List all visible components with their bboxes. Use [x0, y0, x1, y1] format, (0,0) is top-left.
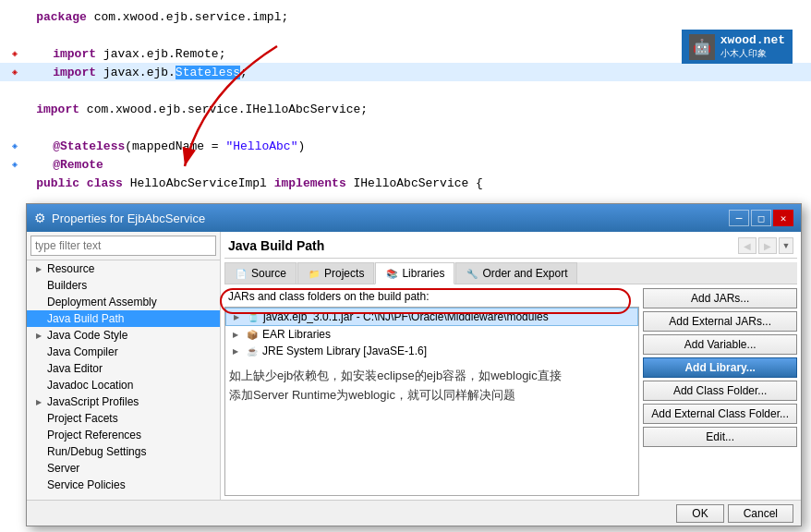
nav-item-java-editor[interactable]: Java Editor [27, 360, 220, 377]
libraries-tab-icon: 📚 [385, 267, 398, 280]
nav-item-builders[interactable]: Builders [27, 277, 220, 294]
dialog-title: Properties for EjbAbcService [52, 212, 205, 225]
ann-icon-2: ◈ [7, 157, 22, 172]
ok-button[interactable]: OK [676, 504, 723, 523]
add-class-folder-button[interactable]: Add Class Folder... [643, 381, 797, 401]
nav-item-java-compiler[interactable]: Java Compiler [27, 344, 220, 360]
logo-text: xwood.net [720, 33, 785, 47]
jar-item-ear-libraries[interactable]: ▶ 📦 EAR Libraries [225, 326, 638, 343]
nav-dropdown-button[interactable]: ▼ [779, 237, 793, 254]
dialog-titlebar: ⚙ Properties for EjbAbcService ─ □ ✕ [27, 204, 801, 232]
right-panel: Java Build Path ◀ ▶ ▼ 📄 Source 📁 Project… [221, 232, 801, 500]
nav-forward-button[interactable]: ▶ [758, 237, 777, 254]
logo-subtext: 小木人印象 [720, 47, 785, 60]
dialog-window-controls: ─ □ ✕ [729, 210, 793, 226]
nav-tree: Resource Builders Deployment Assembly Ja… [27, 260, 220, 500]
add-jars-button[interactable]: Add JARs... [643, 288, 797, 308]
tab-libraries-label: Libraries [402, 267, 444, 280]
nav-item-server[interactable]: Server [27, 460, 220, 477]
action-buttons: Add JARs... Add External JARs... Add Var… [643, 288, 797, 496]
maximize-button[interactable]: □ [751, 210, 771, 226]
gear-icon: ⚙ [34, 211, 46, 225]
projects-tab-icon: 📁 [308, 267, 321, 280]
content-label: JARs and class folders on the build path… [224, 288, 639, 305]
nav-item-java-code-style[interactable]: Java Code Style [27, 327, 220, 344]
nav-item-run-debug-settings[interactable]: Run/Debug Settings [27, 443, 220, 460]
code-line-5 [0, 81, 811, 100]
jar-icon-1: 🫙 [247, 310, 260, 323]
tab-order-export[interactable]: 🔧 Order and Export [455, 262, 577, 284]
chinese-line-1: 如上缺少ejb依赖包，如安装eclipse的ejb容器，如weblogic直接 [229, 367, 635, 386]
nav-back-button[interactable]: ◀ [738, 237, 757, 254]
code-line-6: import com.xwood.ejb.service.IHelloAbcSe… [0, 100, 811, 118]
properties-dialog: ⚙ Properties for EjbAbcService ─ □ ✕ Res… [26, 203, 802, 526]
error-icon-1: ◈ [7, 46, 22, 61]
nav-item-javascript-profiles[interactable]: JavaScript Profiles [27, 393, 220, 410]
add-library-button[interactable]: Add Library... [643, 357, 797, 378]
filter-input[interactable] [30, 236, 216, 256]
order-export-tab-icon: 🔧 [466, 267, 478, 280]
dialog-body: Resource Builders Deployment Assembly Ja… [27, 232, 801, 500]
nav-item-deployment-assembly[interactable]: Deployment Assembly [27, 294, 220, 310]
add-external-jars-button[interactable]: Add External JARs... [643, 311, 797, 332]
source-tab-icon: 📄 [235, 267, 248, 280]
jre-icon: ☕ [246, 345, 259, 357]
jar-item-label-2: EAR Libraries [262, 328, 331, 341]
left-nav-panel: Resource Builders Deployment Assembly Ja… [27, 232, 221, 500]
tab-order-export-label: Order and Export [482, 267, 567, 280]
ear-icon: 📦 [246, 328, 259, 341]
right-header: Java Build Path ◀ ▶ ▼ [224, 236, 797, 259]
logo: 🤖 xwood.net 小木人印象 [682, 30, 793, 64]
cancel-button[interactable]: Cancel [728, 504, 793, 523]
nav-item-java-build-path[interactable]: Java Build Path [27, 310, 220, 327]
chinese-line-2: 添加Server Runtime为weblogic，就可以同样解决问题 [229, 386, 635, 405]
code-line-8: ◈ @Stateless(mappedName = "HelloAbc") [0, 137, 811, 155]
jar-item-javax-ejb[interactable]: ▶ 🫙 javax.ejb_3.0.1.jar - C:\NJ\PF\Oracl… [225, 308, 638, 326]
code-line-4: ◈ import javax.ejb.Stateless; [0, 63, 811, 81]
expand-arrow-3: ▶ [233, 347, 242, 356]
close-button[interactable]: ✕ [773, 210, 793, 226]
jar-item-label-3: JRE System Library [JavaSE-1.6] [262, 345, 427, 357]
edit-button[interactable]: Edit... [643, 427, 797, 447]
expand-arrow-1: ▶ [234, 313, 243, 321]
add-external-class-folder-button[interactable]: Add External Class Folder... [643, 404, 797, 424]
section-title: Java Build Path [228, 238, 324, 253]
robot-icon: 🤖 [689, 34, 715, 60]
nav-item-resource[interactable]: Resource [27, 260, 220, 277]
nav-item-project-facets[interactable]: Project Facets [27, 410, 220, 427]
ann-icon-1: ◈ [7, 139, 22, 153]
error-icon-2: ◈ [7, 65, 22, 79]
content-area: JARs and class folders on the build path… [224, 288, 797, 496]
tab-projects-label: Projects [324, 267, 364, 280]
dialog-footer: OK Cancel [27, 500, 801, 526]
minimize-button[interactable]: ─ [729, 210, 749, 226]
tab-libraries[interactable]: 📚 Libraries [375, 262, 454, 284]
tabs-bar: 📄 Source 📁 Projects 📚 Libraries 🔧 Order … [224, 262, 797, 284]
jar-item-jre-system[interactable]: ▶ ☕ JRE System Library [JavaSE-1.6] [225, 343, 638, 359]
build-path-tree[interactable]: ▶ 🫙 javax.ejb_3.0.1.jar - C:\NJ\PF\Oracl… [224, 307, 639, 496]
nav-item-javadoc-location[interactable]: Javadoc Location [27, 377, 220, 393]
code-line-1: package com.xwood.ejb.service.impl; [0, 7, 811, 26]
jar-item-label-1: javax.ejb_3.0.1.jar - C:\NJ\PF\Oracle\Mi… [263, 310, 549, 323]
nav-item-project-references[interactable]: Project References [27, 427, 220, 443]
filter-box [27, 232, 220, 260]
tab-projects[interactable]: 📁 Projects [297, 262, 374, 284]
nav-arrows: ◀ ▶ ▼ [738, 237, 793, 254]
chinese-annotation: 如上缺少ejb依赖包，如安装eclipse的ejb容器，如weblogic直接 … [225, 359, 638, 409]
expand-arrow-2: ▶ [233, 331, 242, 339]
code-line-10: public class HelloAbcServiceImpl impleme… [0, 174, 811, 192]
tab-source-label: Source [251, 267, 286, 280]
nav-item-service-policies[interactable]: Service Policies [27, 477, 220, 493]
code-line-7 [0, 118, 811, 137]
tab-source[interactable]: 📄 Source [224, 262, 297, 284]
code-line-9: ◈ @Remote [0, 155, 811, 174]
add-variable-button[interactable]: Add Variable... [643, 334, 797, 355]
